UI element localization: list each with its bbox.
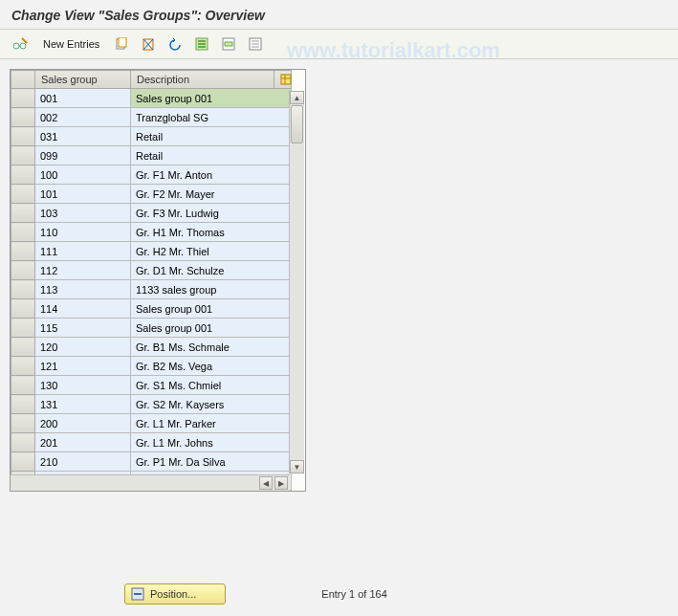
column-header-description[interactable]: Description <box>131 71 274 89</box>
scroll-up-button[interactable]: ▲ <box>290 91 304 104</box>
horizontal-scrollbar[interactable]: ◀ ▶ <box>11 474 290 491</box>
cell-description[interactable]: Gr. F1 Mr. Anton <box>131 165 292 185</box>
position-button[interactable]: Position... <box>124 583 226 605</box>
table-row[interactable]: 110Gr. H1 Mr. Thomas <box>11 223 292 242</box>
cell-sales-group[interactable]: 100 <box>35 165 131 185</box>
table-row[interactable]: 115Sales group 001 <box>11 319 292 338</box>
row-selector[interactable] <box>11 242 35 261</box>
scroll-right-button[interactable]: ▶ <box>274 476 288 490</box>
table-row[interactable]: 100Gr. F1 Mr. Anton <box>11 165 292 185</box>
table-row[interactable]: 200Gr. L1 Mr. Parker <box>11 414 292 433</box>
cell-description[interactable]: Gr. F3 Mr. Ludwig <box>131 204 292 223</box>
cell-description[interactable]: Gr. H2 Mr. Thiel <box>131 242 292 261</box>
cell-sales-group[interactable]: 130 <box>35 376 131 395</box>
cell-sales-group[interactable]: 101 <box>35 185 131 204</box>
table-row[interactable]: 103Gr. F3 Mr. Ludwig <box>11 204 292 223</box>
table-row[interactable]: 099Retail <box>11 146 292 165</box>
cell-description[interactable]: Gr. P1 Mr. Da Silva <box>131 452 292 472</box>
row-selector[interactable] <box>11 185 35 204</box>
vertical-scrollbar[interactable]: ▲ ▼ <box>289 91 304 473</box>
cell-description[interactable]: Gr. B2 Ms. Vega <box>131 357 292 376</box>
cell-description[interactable]: Sales group 001 <box>131 299 292 319</box>
cell-description[interactable]: Gr. S1 Ms. Chmiel <box>131 376 292 395</box>
cell-sales-group[interactable]: 111 <box>35 242 131 261</box>
cell-sales-group[interactable]: 113 <box>35 280 131 299</box>
row-selector[interactable] <box>11 146 35 165</box>
cell-sales-group[interactable]: 031 <box>35 127 131 146</box>
cell-description[interactable]: Gr. H1 Mr. Thomas <box>131 223 292 242</box>
cell-sales-group[interactable]: 112 <box>35 261 131 280</box>
new-entries-button[interactable]: New Entries <box>36 33 106 55</box>
cell-description[interactable]: Retail <box>131 127 292 146</box>
row-selector-header[interactable] <box>11 71 35 89</box>
cell-description[interactable]: Sales group 001 <box>131 89 292 108</box>
row-selector[interactable] <box>11 280 35 299</box>
toggle-display-change-button[interactable] <box>8 33 33 55</box>
cell-sales-group[interactable]: 200 <box>35 414 131 433</box>
table-row[interactable]: 1131133 sales group <box>11 280 292 299</box>
table-row[interactable]: 120Gr. B1 Ms. Schmale <box>11 338 292 357</box>
cell-description[interactable]: Gr. S2 Mr. Kaysers <box>131 395 292 414</box>
select-all-button[interactable] <box>190 33 213 55</box>
table-row[interactable]: 001Sales group 001 <box>11 89 292 108</box>
row-selector[interactable] <box>11 452 35 472</box>
cell-description[interactable]: Tranzglobal SG <box>131 108 292 127</box>
cell-description[interactable]: Gr. B1 Ms. Schmale <box>131 338 292 357</box>
cell-sales-group[interactable]: 110 <box>35 223 131 242</box>
cell-sales-group[interactable]: 210 <box>35 452 131 472</box>
row-selector[interactable] <box>11 108 35 127</box>
cell-sales-group[interactable]: 114 <box>35 299 131 319</box>
configure-columns-button[interactable] <box>274 71 292 89</box>
row-selector[interactable] <box>11 299 35 319</box>
table-row[interactable]: 111Gr. H2 Mr. Thiel <box>11 242 292 261</box>
row-selector[interactable] <box>11 338 35 357</box>
row-selector[interactable] <box>11 261 35 280</box>
row-selector[interactable] <box>11 414 35 433</box>
table-row[interactable]: 130Gr. S1 Ms. Chmiel <box>11 376 292 395</box>
table-row[interactable]: 201Gr. L1 Mr. Johns <box>11 433 292 452</box>
select-block-button[interactable] <box>217 33 240 55</box>
delete-button[interactable] <box>137 33 160 55</box>
cell-description[interactable]: Gr. L1 Mr. Parker <box>131 414 292 433</box>
cell-sales-group[interactable]: 001 <box>35 89 131 108</box>
row-selector[interactable] <box>11 127 35 146</box>
row-selector[interactable] <box>11 433 35 452</box>
cell-description[interactable]: Sales group 001 <box>131 319 292 338</box>
table-row[interactable]: 121Gr. B2 Ms. Vega <box>11 357 292 376</box>
cell-sales-group[interactable]: 120 <box>35 338 131 357</box>
row-selector[interactable] <box>11 319 35 338</box>
cell-description[interactable]: Gr. D1 Mr. Schulze <box>131 261 292 280</box>
cell-description[interactable]: Gr. F2 Mr. Mayer <box>131 185 292 204</box>
scroll-thumb[interactable] <box>291 105 303 143</box>
copy-as-button[interactable] <box>110 33 133 55</box>
undo-button[interactable] <box>164 33 186 55</box>
cell-sales-group[interactable]: 103 <box>35 204 131 223</box>
cell-sales-group[interactable]: 002 <box>35 108 131 127</box>
row-selector[interactable] <box>11 357 35 376</box>
cell-sales-group[interactable]: 099 <box>35 146 131 165</box>
row-selector[interactable] <box>11 204 35 223</box>
table-row[interactable]: 114Sales group 001 <box>11 299 292 319</box>
row-selector[interactable] <box>11 395 35 414</box>
cell-sales-group[interactable]: 121 <box>35 357 131 376</box>
cell-description[interactable]: Retail <box>131 146 292 165</box>
cell-sales-group[interactable]: 201 <box>35 433 131 452</box>
table-row[interactable]: 101Gr. F2 Mr. Mayer <box>11 185 292 204</box>
scroll-left-button[interactable]: ◀ <box>259 476 273 490</box>
scroll-down-button[interactable]: ▼ <box>290 460 304 473</box>
table-row[interactable]: 031Retail <box>11 127 292 146</box>
table-row[interactable]: 210Gr. P1 Mr. Da Silva <box>11 452 292 472</box>
cell-sales-group[interactable]: 115 <box>35 319 131 338</box>
table-row[interactable]: 112Gr. D1 Mr. Schulze <box>11 261 292 280</box>
cell-sales-group[interactable]: 131 <box>35 395 131 414</box>
row-selector[interactable] <box>11 89 35 108</box>
table-row[interactable]: 002Tranzglobal SG <box>11 108 292 127</box>
cell-description[interactable]: Gr. L1 Mr. Johns <box>131 433 292 452</box>
deselect-all-button[interactable] <box>244 33 267 55</box>
row-selector[interactable] <box>11 376 35 395</box>
row-selector[interactable] <box>11 223 35 242</box>
column-header-sales-group[interactable]: Sales group <box>35 71 131 89</box>
row-selector[interactable] <box>11 165 35 185</box>
table-row[interactable]: 131Gr. S2 Mr. Kaysers <box>11 395 292 414</box>
cell-description[interactable]: 1133 sales group <box>131 280 292 299</box>
